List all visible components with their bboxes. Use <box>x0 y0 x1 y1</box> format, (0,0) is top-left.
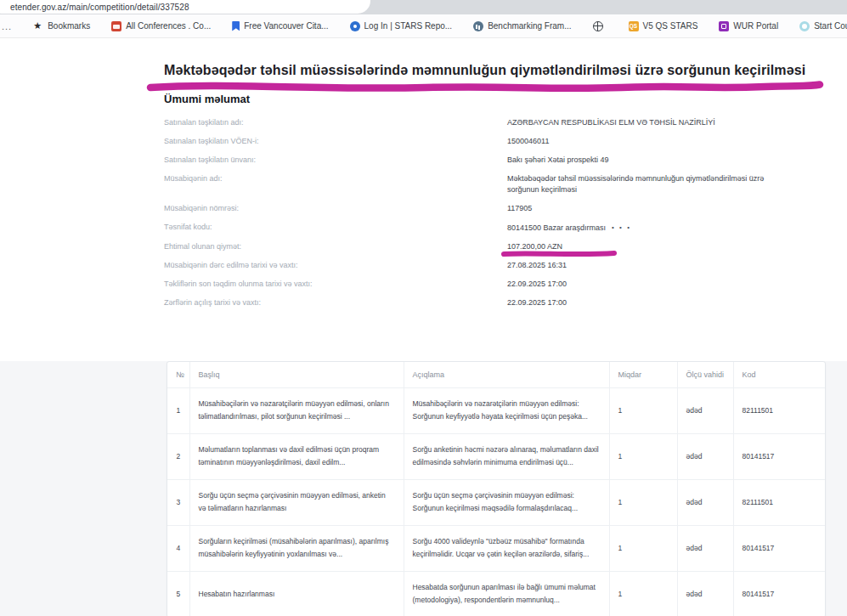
cell-olcu: ədəd <box>677 525 733 571</box>
cell-aciqlama: Sorğu üçün seçmə çərçivəsinin müəyyən ed… <box>404 479 609 525</box>
field-org-name: Satınalan təşkilatın adı: AZƏRBAYCAN RES… <box>164 117 847 128</box>
more-ellipsis-button[interactable]: • • • <box>612 222 631 233</box>
classification-value: 80141500 Bazar araşdırması <box>507 223 606 232</box>
col-header-no: № <box>167 362 189 387</box>
teal-ring-icon <box>799 21 810 31</box>
bookmark-label: Start Course | Advis... <box>814 21 847 31</box>
field-competition-name: Müsabiqənin adı: Məktəbəqədər təhsil müə… <box>164 173 847 195</box>
field-value: Məktəbəqədər təhsil müəssisələrində məmn… <box>507 173 792 195</box>
cell-miqdar: 1 <box>609 433 677 479</box>
bookmark-start-course[interactable]: Start Course | Advis... <box>799 21 847 31</box>
cell-kod: 80141517 <box>733 525 826 571</box>
competition-detail-page: Məktəbəqədər təhsil müəssisələrində məmn… <box>0 38 847 336</box>
cell-basliq: Sorğu üçün seçmə çərçivəsinin müəyyən ed… <box>189 479 404 525</box>
field-envelope-opening: Zərflərin açılış tarixi və vaxtı: 22.09.… <box>164 297 847 308</box>
bookmark-bookmarks[interactable]: Bookmarks <box>33 21 90 31</box>
cell-olcu: ədəd <box>677 387 733 433</box>
table-row: 1 Müsahibəçilərin və nəzarətçilərin müəy… <box>167 387 826 433</box>
cell-no: 1 <box>167 387 189 433</box>
globe-icon <box>593 21 603 31</box>
price-marker-underline <box>501 250 617 258</box>
purple-badge-icon <box>719 21 729 31</box>
col-header-aciqlama: Açıqlama <box>404 362 609 387</box>
table-row: 2 Məlumatların toplanması və daxil edilm… <box>167 433 826 479</box>
cell-olcu: ədəd <box>677 479 733 525</box>
field-label: Təkliflərin son təqdim olunma tarixi və … <box>164 279 507 290</box>
cell-kod: 80141517 <box>733 433 826 479</box>
cell-basliq: Məlumatların toplanması və daxil edilməs… <box>189 433 404 479</box>
bookmark-benchmarking[interactable]: Benchmarking Fram... <box>473 21 571 31</box>
page-title: Məktəbəqədər təhsil müəssisələrində məmn… <box>164 63 805 78</box>
cell-no: 2 <box>167 433 189 479</box>
cell-kod: 82111501 <box>733 479 826 525</box>
bookmark-wur-portal[interactable]: WUR Portal <box>719 21 778 31</box>
items-table-header-row: № Başlıq Açıqlama Miqdar Ölçü vahidi Kod <box>167 362 826 387</box>
url-text: etender.gov.az/main/competition/detail/3… <box>10 3 189 12</box>
field-publish-date: Müsabiqənin dərc edilmə tarixi və vaxtı:… <box>164 260 847 271</box>
field-classification-code: Təsnifat kodu: 80141500 Bazar araşdırmas… <box>164 222 847 234</box>
bookmark-label: Benchmarking Fram... <box>488 21 571 31</box>
cell-miqdar: 1 <box>609 387 677 433</box>
cell-olcu: ədəd <box>677 571 733 616</box>
stars-circle-icon <box>350 21 360 31</box>
cell-olcu: ədəd <box>677 433 733 479</box>
field-org-address: Satınalan təşkilatın ünvanı: Bakı şəhəri… <box>164 155 847 166</box>
items-table-card: № Başlıq Açıqlama Miqdar Ölçü vahidi Kod… <box>167 361 826 616</box>
bookmark-label: All Conferences . Co... <box>126 21 211 31</box>
section-title: Ümumi məlumat <box>164 93 847 105</box>
qs-badge-icon: QS <box>629 21 639 31</box>
cell-kod: 80141517 <box>733 571 826 616</box>
col-header-basliq: Başlıq <box>189 362 404 387</box>
url-bar[interactable]: etender.gov.az/main/competition/detail/3… <box>0 0 370 14</box>
cell-no: 5 <box>167 571 189 616</box>
cell-miqdar: 1 <box>609 525 677 571</box>
field-label: Müsabiqənin dərc edilmə tarixi və vaxtı: <box>164 260 507 271</box>
browser-window: etender.gov.az/main/competition/detail/3… <box>0 0 847 616</box>
field-label: Zərflərin açılış tarixi və vaxtı: <box>164 297 507 308</box>
field-value: 1500046011 <box>507 136 549 147</box>
field-label: Satınalan təşkilatın ünvanı: <box>164 155 507 166</box>
chart-circle-icon <box>473 21 483 31</box>
browser-address-strip: etender.gov.az/main/competition/detail/3… <box>0 0 847 14</box>
field-value: 27.08.2025 16:31 <box>507 260 567 271</box>
bookmark-qs-stars[interactable]: QS V5 QS STARS <box>629 21 698 31</box>
field-value: AZƏRBAYCAN RESPUBLİKASI ELM VƏ TƏHSİL NA… <box>507 117 715 128</box>
cell-aciqlama: Sorğu 4000 valideynlə "üzbəüz müsahibə" … <box>404 525 609 571</box>
cell-aciqlama: Hesabatda sorğunun aparılması ilə bağlı … <box>404 571 609 616</box>
cell-no: 4 <box>167 525 189 571</box>
bookmarks-overflow-button[interactable]: ... <box>2 21 12 31</box>
bookmark-label: V5 QS STARS <box>643 21 698 31</box>
field-estimated-price: Ehtimal olunan qiymət: 107.200,00 AZN <box>164 241 847 252</box>
bookmark-free-vancouver[interactable]: Free Vancouver Cita... <box>232 21 328 31</box>
bookmark-all-conferences[interactable]: All Conferences . Co... <box>111 21 211 31</box>
cell-basliq: Hesabatın hazırlanması <box>189 571 404 616</box>
bookmark-label: Bookmarks <box>48 21 90 31</box>
items-section: № Başlıq Açıqlama Miqdar Ölçü vahidi Kod… <box>0 361 847 616</box>
col-header-miqdar: Miqdar <box>609 362 677 387</box>
cell-kod: 82111501 <box>733 387 826 433</box>
bookmarks-bar: ... Bookmarks All Conferences . Co... Fr… <box>0 14 847 38</box>
items-table: № Başlıq Açıqlama Miqdar Ölçü vahidi Kod… <box>167 362 826 616</box>
bookmark-globe[interactable] <box>593 21 607 31</box>
bookmark-stars-login[interactable]: Log In | STARS Repo... <box>350 21 453 31</box>
estimated-price-value: 107.200,00 AZN <box>507 242 562 251</box>
field-label: Ehtimal olunan qiymət: <box>164 241 507 252</box>
cell-miqdar: 1 <box>609 571 677 616</box>
star-icon <box>33 21 43 31</box>
cell-miqdar: 1 <box>609 479 677 525</box>
cell-aciqlama: Sorğu anketinin həcmi nəzərə alınaraq, m… <box>404 433 609 479</box>
field-value: 80141500 Bazar araşdırması• • • <box>507 222 631 234</box>
cell-aciqlama: Müsahibəçilərin və nəzarətçilərin müəyyə… <box>404 387 609 433</box>
field-label: Təsnifat kodu: <box>164 222 507 234</box>
col-header-kod: Kod <box>733 362 826 387</box>
field-value: 22.09.2025 17:00 <box>507 297 567 308</box>
bookmark-label: WUR Portal <box>733 21 778 31</box>
blue-ribbon-icon <box>232 21 240 31</box>
field-competition-number: Müsabiqənin nömrəsi: 117905 <box>164 203 847 214</box>
col-header-olcu-vahidi: Ölçü vahidi <box>677 362 733 387</box>
field-label: Satınalan təşkilatın VÖEN-i: <box>164 136 507 147</box>
field-value: 22.09.2025 17:00 <box>507 279 567 290</box>
field-value: 107.200,00 AZN <box>507 241 562 252</box>
general-info-fields: Satınalan təşkilatın adı: AZƏRBAYCAN RES… <box>164 117 847 308</box>
field-org-voen: Satınalan təşkilatın VÖEN-i: 1500046011 <box>164 136 847 147</box>
